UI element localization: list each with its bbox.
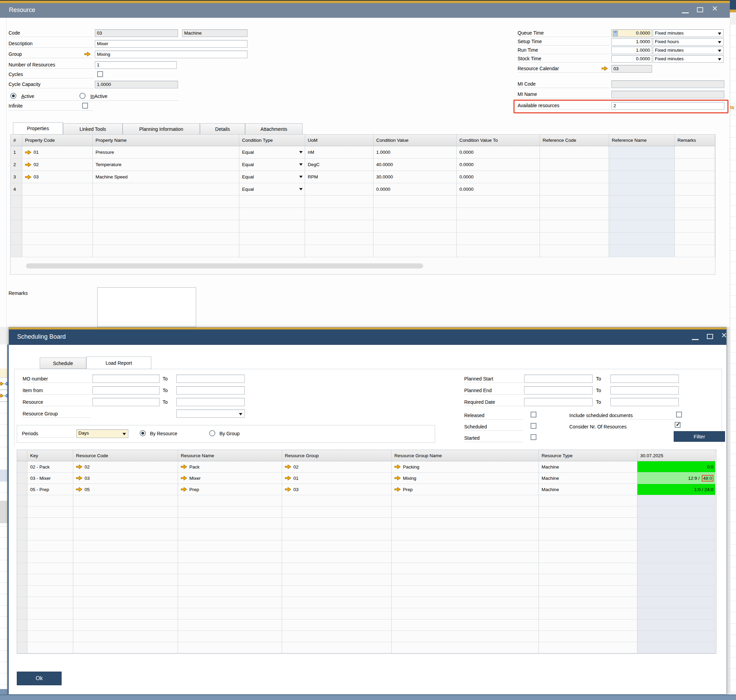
resource-type-field[interactable]: Machine — [182, 29, 247, 37]
column-header[interactable]: Resource Type — [539, 450, 638, 461]
planned-start-from-input[interactable] — [524, 375, 592, 383]
inactive-radio[interactable] — [79, 93, 85, 99]
mi-code-field[interactable] — [611, 81, 724, 88]
link-arrow-icon[interactable] — [181, 465, 187, 469]
link-arrow-icon[interactable] — [25, 175, 31, 179]
run-time-field[interactable]: 1.0000 — [611, 47, 652, 54]
consider-nr-checkbox[interactable] — [675, 422, 680, 428]
column-header[interactable]: Reference Name — [609, 135, 675, 146]
resource-group-dropdown[interactable] — [176, 410, 245, 418]
cycles-checkbox[interactable] — [97, 71, 103, 77]
column-header[interactable]: Resource Code — [73, 450, 178, 461]
link-arrow-icon[interactable] — [76, 465, 82, 469]
row-number-cell[interactable] — [10, 232, 22, 245]
column-header[interactable]: Key — [27, 450, 73, 461]
row-number-cell[interactable] — [10, 208, 22, 220]
column-header[interactable]: Reference Code — [540, 135, 609, 146]
number-of-resources-field[interactable]: 1 — [95, 61, 177, 69]
column-header[interactable]: 30.07.2025 — [638, 450, 715, 461]
started-checkbox[interactable] — [530, 434, 536, 440]
link-arrow-icon[interactable] — [394, 487, 401, 492]
link-arrow-icon[interactable] — [285, 465, 291, 469]
row-selector-cell[interactable] — [17, 484, 27, 495]
row-selector-cell[interactable] — [17, 473, 27, 484]
row-selector-cell[interactable] — [17, 540, 27, 552]
row-selector-cell[interactable] — [17, 529, 27, 540]
column-header[interactable]: Remarks — [675, 135, 715, 146]
row-number-cell[interactable]: 1 — [10, 146, 22, 159]
column-header[interactable]: Condition Value — [373, 135, 457, 146]
link-arrow-icon[interactable] — [285, 476, 291, 481]
link-arrow-icon[interactable] — [76, 476, 82, 481]
planned-end-from-input[interactable] — [524, 386, 592, 394]
row-selector-cell[interactable] — [17, 631, 27, 642]
minimize-button[interactable] — [692, 339, 699, 340]
mi-name-field[interactable] — [611, 91, 724, 98]
row-number-cell[interactable]: 3 — [10, 171, 22, 183]
row-number-cell[interactable] — [10, 196, 22, 208]
maximize-button[interactable] — [697, 7, 703, 12]
column-header[interactable]: Property Name — [93, 135, 239, 146]
column-header[interactable]: Condition Value To — [457, 135, 540, 146]
description-field[interactable]: Mixer — [95, 40, 247, 48]
condition-type-dropdown-cell[interactable]: Equal — [239, 171, 305, 183]
setup-time-unit-dropdown[interactable]: Fixed hours — [653, 38, 724, 46]
infinite-checkbox[interactable] — [82, 103, 88, 109]
mo-number-to-input[interactable] — [176, 375, 245, 383]
horizontal-scrollbar[interactable] — [26, 263, 423, 269]
row-selector-cell[interactable] — [17, 642, 27, 653]
row-number-cell[interactable]: 2 — [10, 159, 22, 171]
cycle-capacity-field[interactable]: 1.0000 — [95, 81, 178, 88]
row-selector-cell[interactable] — [17, 585, 27, 597]
row-selector-cell[interactable] — [17, 506, 27, 518]
code-field[interactable]: 03 — [95, 29, 178, 37]
scheduling-titlebar[interactable]: Scheduling Board × — [9, 329, 727, 345]
ok-button[interactable]: Ok — [17, 672, 62, 685]
periods-dropdown[interactable]: Days — [76, 429, 128, 438]
item-to-input[interactable] — [176, 386, 245, 394]
setup-time-field[interactable]: 1.0000 — [611, 38, 652, 46]
column-header[interactable]: Property Code — [22, 135, 93, 146]
link-arrow-icon[interactable] — [76, 487, 82, 492]
row-selector-cell[interactable] — [17, 495, 27, 506]
include-scheduled-checkbox[interactable] — [676, 412, 682, 418]
active-radio[interactable] — [10, 93, 16, 99]
tab-planning-information[interactable]: Planning Information — [123, 123, 200, 135]
planned-end-to-input[interactable] — [610, 386, 679, 394]
column-header[interactable]: # — [10, 135, 22, 146]
queue-time-unit-dropdown[interactable]: Fixed minutes — [653, 29, 724, 37]
link-arrow-icon[interactable] — [181, 487, 187, 492]
row-selector-cell[interactable] — [17, 608, 27, 619]
row-selector-cell[interactable] — [17, 518, 27, 529]
close-button[interactable]: × — [712, 5, 717, 12]
planned-start-to-input[interactable] — [610, 375, 679, 383]
released-checkbox[interactable] — [530, 412, 536, 418]
row-selector-cell[interactable] — [17, 574, 27, 585]
group-field[interactable]: Mixing — [95, 51, 247, 58]
row-number-cell[interactable]: 4 — [10, 183, 22, 196]
resource-calendar-field[interactable]: 03 — [611, 65, 652, 73]
column-header[interactable]: Resource Name — [178, 450, 282, 461]
link-arrow-icon[interactable] — [84, 52, 91, 56]
row-selector-cell[interactable] — [17, 619, 27, 631]
resource-from-input[interactable] — [93, 398, 160, 406]
run-time-unit-dropdown[interactable]: Fixed minutes — [653, 47, 724, 54]
resource-to-input[interactable] — [176, 398, 245, 406]
link-arrow-icon[interactable] — [285, 487, 291, 492]
tab-attachments[interactable]: Attachments — [245, 123, 303, 135]
column-header[interactable]: Resource Group — [282, 450, 392, 461]
tab-linked-tools[interactable]: Linked Tools — [63, 123, 123, 135]
row-number-cell[interactable] — [10, 245, 22, 257]
link-arrow-icon[interactable] — [394, 465, 401, 469]
link-arrow-icon[interactable] — [394, 476, 401, 481]
by-group-radio[interactable] — [209, 430, 215, 436]
minimize-button[interactable] — [682, 12, 689, 13]
item-from-input[interactable] — [93, 386, 160, 394]
scheduled-checkbox[interactable] — [530, 423, 536, 429]
condition-type-dropdown-cell[interactable]: Equal — [239, 183, 305, 196]
tab-properties[interactable]: Properties — [13, 122, 63, 135]
maximize-button[interactable] — [707, 334, 713, 339]
mo-number-from-input[interactable] — [93, 375, 160, 383]
required-date-from-input[interactable] — [524, 398, 592, 406]
column-header[interactable]: Condition Type — [239, 135, 305, 146]
